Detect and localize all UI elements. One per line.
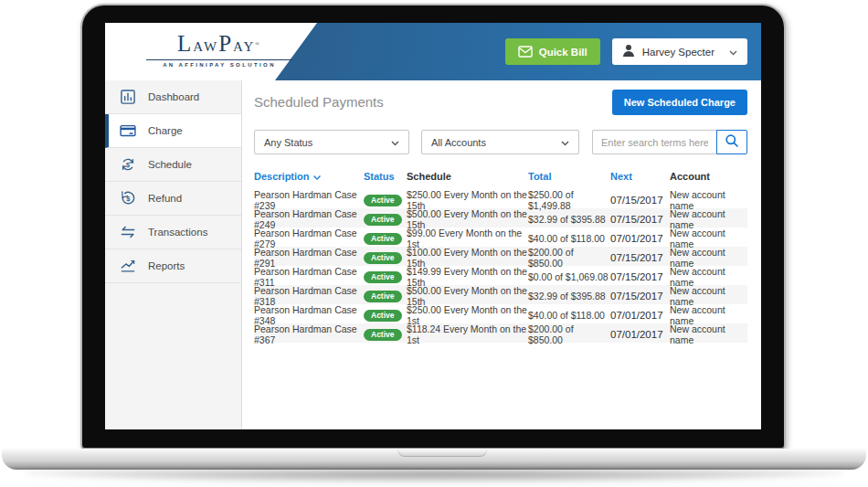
top-header-bar: LawPay® AN AFFINIPAY SOLUTION Quick Bill… [105,23,761,80]
cell-status: Active [364,328,407,341]
envelope-icon [518,46,533,58]
user-menu-button[interactable]: Harvey Specter [612,38,747,65]
line-chart-icon [119,257,137,275]
logo-word-law: Law [177,32,218,58]
quick-bill-label: Quick Bill [539,47,587,58]
laptop-base [2,449,866,470]
sort-chevron-icon [313,171,321,182]
page-title: Scheduled Payments [254,94,384,110]
cell-status: Active [364,213,407,226]
laptop-base-notch [397,449,487,457]
cell-next: 07/15/2017 [610,252,670,263]
dashboard-icon [119,88,137,106]
sidebar-item-label: Reports [148,260,185,271]
status-filter-value: Any Status [264,137,312,148]
scheduled-payments-table: Description Status Schedule Total Next A… [254,168,747,343]
column-header-schedule: Schedule [407,171,528,182]
cell-status: Active [364,251,407,264]
sidebar-item-reports[interactable]: Reports [105,249,241,283]
app-window: LawPay® AN AFFINIPAY SOLUTION Quick Bill… [105,23,761,429]
table-row[interactable]: Pearson Hardman Case #291 Active $100.00… [254,247,747,266]
search-group [592,130,747,154]
cell-next: 07/15/2017 [610,271,670,282]
svg-text:$: $ [126,195,131,203]
credit-card-icon [119,122,137,140]
sidebar-item-transactions[interactable]: Transactions [105,216,241,249]
status-badge: Active [364,271,402,284]
cell-account: New account name [670,323,747,345]
logo-tagline: AN AFFINIPAY SOLUTION [146,59,292,68]
main-content: Scheduled Payments New Scheduled Charge … [242,80,761,429]
column-header-status[interactable]: Status [364,171,407,182]
laptop-screen-bezel: LawPay® AN AFFINIPAY SOLUTION Quick Bill… [80,4,786,450]
table-row[interactable]: Pearson Hardman Case #239 Active $250.00… [254,189,747,208]
user-name: Harvey Specter [642,47,715,58]
accounts-filter-value: All Accounts [431,137,486,148]
cell-description: Pearson Hardman Case #367 [254,323,364,345]
table-row[interactable]: Pearson Hardman Case #348 Active $250.00… [254,304,747,323]
table-row[interactable]: Pearson Hardman Case #249 Active $500.00… [254,208,747,228]
chevron-down-icon [391,137,399,148]
sidebar-item-dashboard[interactable]: Dashboard [105,80,241,114]
new-scheduled-charge-button[interactable]: New Scheduled Charge [612,90,747,115]
sidebar-item-label: Refund [148,193,182,204]
cell-next: 07/15/2017 [610,291,670,302]
column-header-account: Account [670,171,747,182]
logo-word-pay: Pay [218,32,255,58]
trademark-symbol: ® [255,41,261,47]
table-row[interactable]: Pearson Hardman Case #311 Active $149.99… [254,266,747,285]
column-header-next[interactable]: Next [610,171,670,182]
cell-next: 07/01/2017 [610,310,670,321]
lawpay-logo: LawPay® AN AFFINIPAY SOLUTION [146,32,292,68]
cell-status: Active [364,270,407,283]
sidebar-item-label: Schedule [148,159,192,170]
sidebar-item-refund[interactable]: $ Refund [105,182,241,216]
status-badge: Active [364,195,402,207]
accounts-filter-dropdown[interactable]: All Accounts [421,130,579,154]
sidebar-item-label: Charge [148,125,183,136]
cell-total: $40.00 of $118.00 [528,310,610,321]
logo-wordmark: LawPay® [146,32,292,58]
column-header-total[interactable]: Total [528,171,610,182]
cell-total: $0.00 of $1,069.08 [528,271,610,282]
cell-next: 07/15/2017 [610,214,670,225]
sidebar-item-label: Dashboard [148,91,199,102]
status-filter-dropdown[interactable]: Any Status [254,130,409,154]
person-icon [622,44,635,59]
table-row[interactable]: Pearson Hardman Case #367 Active $118.24… [254,323,747,343]
table-row[interactable]: Pearson Hardman Case #318 Active $500.00… [254,285,747,304]
cell-next: 07/01/2017 [610,233,670,244]
status-badge: Active [364,291,402,303]
chevron-down-icon [729,47,737,58]
filter-bar: Any Status All Accounts [254,130,747,154]
cell-status: Active [364,290,407,302]
column-label: Description [254,171,310,182]
laptop-shadow [26,471,842,482]
status-badge: Active [364,233,402,246]
sidebar-nav: Dashboard Charge $ Schedule [105,80,242,429]
cell-status: Active [364,309,407,322]
sidebar-item-schedule[interactable]: $ Schedule [105,148,241,182]
sidebar-item-charge[interactable]: Charge [105,114,241,148]
sidebar-item-label: Transactions [148,227,207,238]
table-row[interactable]: Pearson Hardman Case #279 Active $99.00 … [254,228,747,247]
table-header-row: Description Status Schedule Total Next A… [254,168,747,189]
refund-dollar-icon: $ [119,189,137,207]
cell-total: $40.00 of $118.00 [528,233,610,244]
search-button[interactable] [716,130,747,154]
cell-total: $250.00 of $1,499.88 [528,189,610,211]
svg-text:$: $ [126,162,130,169]
column-header-description[interactable]: Description [254,171,364,182]
cell-status: Active [364,232,407,245]
cell-total: $32.99 of $395.88 [528,214,610,225]
cell-total: $200.00 of $850.00 [528,247,610,269]
cell-status: Active [364,194,407,206]
transfer-arrows-icon [119,223,137,241]
status-badge: Active [364,214,402,227]
status-badge: Active [364,329,402,342]
cell-total: $200.00 of $850.00 [528,323,610,345]
search-icon [725,133,739,151]
table-body: Pearson Hardman Case #239 Active $250.00… [254,189,747,343]
quick-bill-button[interactable]: Quick Bill [505,38,600,65]
search-input[interactable] [592,130,716,154]
